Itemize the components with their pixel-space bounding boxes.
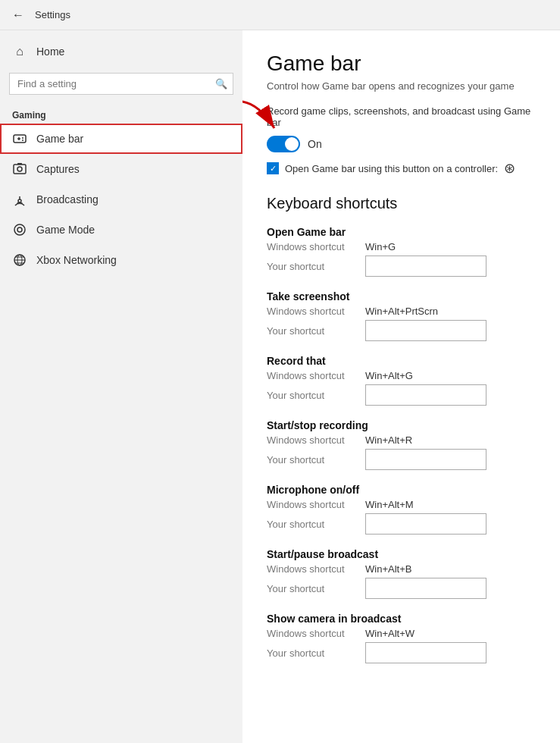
svg-rect-5	[14, 165, 26, 174]
shortcut-windows-row-5: Windows shortcut Win+Alt+B	[267, 563, 536, 575]
sidebar-item-captures[interactable]: Captures	[0, 154, 242, 184]
shortcut-windows-label-4: Windows shortcut	[267, 499, 365, 510]
shortcut-action-1: Take screenshot	[267, 290, 536, 303]
shortcut-your-input-0[interactable]	[365, 256, 486, 277]
shortcut-your-row-3: Your shortcut	[267, 449, 536, 470]
shortcut-your-label-2: Your shortcut	[267, 390, 365, 401]
shortcut-action-6: Show camera in broadcast	[267, 613, 536, 625]
back-icon: ←	[12, 8, 24, 22]
shortcut-your-label-6: Your shortcut	[267, 647, 365, 659]
shortcut-windows-row-4: Windows shortcut Win+Alt+M	[267, 499, 536, 510]
shortcut-action-0: Open Game bar	[267, 226, 536, 238]
shortcut-your-input-2[interactable]	[365, 384, 486, 406]
page-subtitle: Control how Game bar opens and recognize…	[267, 80, 536, 92]
toggle-label: On	[308, 138, 322, 150]
shortcut-your-row-5: Your shortcut	[267, 578, 536, 599]
game-mode-icon	[12, 222, 27, 237]
shortcut-your-row-6: Your shortcut	[267, 642, 536, 663]
shortcut-group-1: Take screenshot Windows shortcut Win+Alt…	[267, 290, 536, 341]
shortcut-your-row-4: Your shortcut	[267, 513, 536, 535]
shortcut-action-3: Start/stop recording	[267, 419, 536, 431]
shortcuts-container: Open Game bar Windows shortcut Win+G You…	[267, 226, 536, 663]
game-bar-icon	[12, 131, 27, 146]
shortcut-your-label-4: Your shortcut	[267, 519, 365, 530]
shortcut-group-6: Show camera in broadcast Windows shortcu…	[267, 613, 536, 663]
svg-point-11	[17, 227, 22, 232]
shortcut-your-row-1: Your shortcut	[267, 320, 536, 341]
search-box: 🔍	[9, 73, 233, 95]
svg-point-6	[17, 167, 22, 171]
shortcut-group-3: Start/stop recording Windows shortcut Wi…	[267, 419, 536, 470]
search-icon: 🔍	[215, 78, 227, 89]
broadcasting-icon	[12, 192, 27, 207]
back-button[interactable]: ←	[9, 6, 27, 24]
shortcut-group-4: Microphone on/off Windows shortcut Win+A…	[267, 484, 536, 535]
shortcut-your-row-0: Your shortcut	[267, 256, 536, 277]
shortcut-your-input-1[interactable]	[365, 320, 486, 341]
svg-point-4	[22, 140, 23, 141]
shortcut-your-input-4[interactable]	[365, 513, 486, 535]
shortcut-windows-value-5: Win+Alt+B	[365, 563, 411, 575]
svg-rect-7	[17, 163, 22, 165]
sidebar-item-game-bar[interactable]: Game bar	[0, 124, 242, 154]
shortcut-windows-value-4: Win+Alt+M	[365, 499, 414, 510]
shortcut-your-label-1: Your shortcut	[267, 325, 365, 337]
shortcut-windows-row-0: Windows shortcut Win+G	[267, 241, 536, 252]
shortcut-your-label-5: Your shortcut	[267, 583, 365, 594]
title-bar-text: Settings	[35, 9, 70, 20]
content-area: Game bar Control how Game bar opens and …	[242, 30, 560, 743]
home-icon: ⌂	[12, 44, 27, 59]
shortcut-group-2: Record that Windows shortcut Win+Alt+G Y…	[267, 355, 536, 406]
shortcut-action-4: Microphone on/off	[267, 484, 536, 496]
shortcut-group-5: Start/pause broadcast Windows shortcut W…	[267, 548, 536, 599]
shortcut-group-0: Open Game bar Windows shortcut Win+G You…	[267, 226, 536, 277]
shortcut-windows-row-1: Windows shortcut Win+Alt+PrtScrn	[267, 306, 536, 317]
shortcut-your-label-3: Your shortcut	[267, 454, 365, 466]
shortcut-windows-row-6: Windows shortcut Win+Alt+W	[267, 628, 536, 639]
shortcut-windows-label-2: Windows shortcut	[267, 370, 365, 381]
sidebar: ⌂ Home 🔍 Gaming Game bar	[0, 30, 242, 743]
shortcut-your-input-6[interactable]	[365, 642, 486, 663]
shortcut-your-input-5[interactable]	[365, 578, 486, 599]
shortcut-action-2: Record that	[267, 355, 536, 367]
sidebar-item-xbox-networking-label: Xbox Networking	[36, 254, 117, 266]
shortcut-windows-label-1: Windows shortcut	[267, 306, 365, 317]
shortcut-windows-value-3: Win+Alt+R	[365, 434, 412, 446]
toggle-container: On	[267, 136, 536, 152]
sidebar-item-game-mode-label: Game Mode	[36, 224, 95, 236]
controller-checkbox-label: Open Game bar using this button on a con…	[285, 163, 498, 174]
shortcut-windows-label-6: Windows shortcut	[267, 628, 365, 639]
captures-icon	[12, 161, 27, 177]
record-label: Record game clips, screenshots, and broa…	[267, 105, 536, 128]
sidebar-item-xbox-networking[interactable]: Xbox Networking	[0, 245, 242, 275]
sidebar-item-broadcasting-label: Broadcasting	[36, 193, 99, 205]
sidebar-item-home[interactable]: ⌂ Home	[0, 36, 242, 67]
shortcut-windows-row-3: Windows shortcut Win+Alt+R	[267, 434, 536, 446]
shortcut-action-5: Start/pause broadcast	[267, 548, 536, 560]
controller-checkbox[interactable]	[267, 162, 279, 174]
controller-checkbox-row: Open Game bar using this button on a con…	[267, 160, 536, 177]
keyboard-shortcuts-title: Keyboard shortcuts	[267, 195, 536, 212]
xbox-icon: ⊛	[504, 160, 515, 177]
shortcut-windows-label-0: Windows shortcut	[267, 241, 365, 252]
sidebar-item-captures-label: Captures	[36, 163, 80, 175]
search-input[interactable]	[9, 73, 233, 95]
shortcut-your-row-2: Your shortcut	[267, 384, 536, 406]
sidebar-item-broadcasting[interactable]: Broadcasting	[0, 184, 242, 215]
sidebar-item-game-bar-label: Game bar	[36, 133, 83, 145]
svg-point-3	[22, 137, 23, 139]
record-toggle[interactable]	[267, 136, 300, 152]
toggle-row: On	[267, 136, 536, 152]
shortcut-windows-value-1: Win+Alt+PrtScrn	[365, 306, 438, 317]
sidebar-home-label: Home	[36, 45, 64, 58]
svg-point-10	[14, 224, 25, 235]
title-bar: ← Settings	[0, 0, 560, 30]
shortcut-windows-label-3: Windows shortcut	[267, 434, 365, 446]
sidebar-section-label: Gaming	[0, 104, 242, 124]
page-title: Game bar	[267, 52, 536, 76]
shortcut-windows-value-6: Win+Alt+W	[365, 628, 415, 639]
sidebar-item-game-mode[interactable]: Game Mode	[0, 215, 242, 245]
shortcut-windows-label-5: Windows shortcut	[267, 563, 365, 575]
shortcut-your-label-0: Your shortcut	[267, 261, 365, 272]
shortcut-your-input-3[interactable]	[365, 449, 486, 470]
